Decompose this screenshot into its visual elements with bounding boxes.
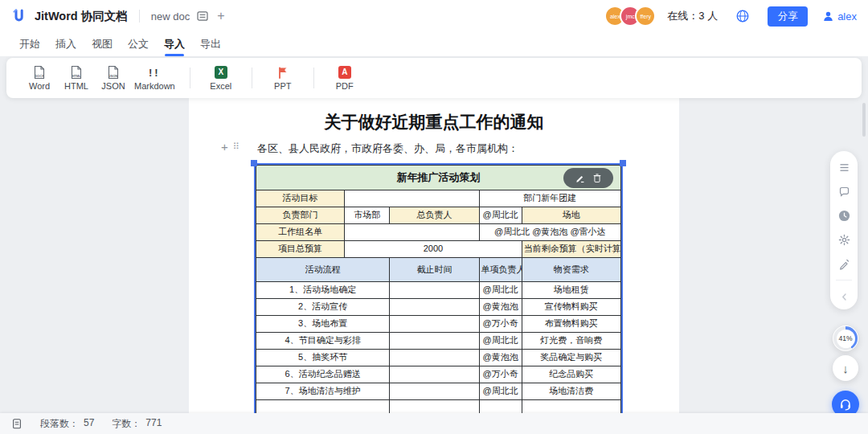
table-cell[interactable]: @周北北 xyxy=(479,383,522,400)
outline-icon[interactable] xyxy=(837,161,850,174)
table-cell[interactable] xyxy=(345,224,479,241)
table-cell[interactable]: 单项负责人 xyxy=(479,258,522,282)
import-markdown-button[interactable]: !!Markdown xyxy=(132,65,178,91)
table-cell[interactable]: 3、场地布置 xyxy=(256,316,390,333)
selection-handle-right[interactable] xyxy=(620,160,626,166)
import-word-button[interactable]: DOCXWord xyxy=(21,65,58,91)
table-cell[interactable]: 1、活动场地确定 xyxy=(256,282,390,299)
table-cell[interactable]: 项目总预算 xyxy=(256,241,345,258)
scroll-down-button[interactable]: ↓ xyxy=(833,355,858,381)
table-cell[interactable]: 7、场地清洁与维护 xyxy=(256,383,390,400)
table-cell[interactable]: @周北北 @黄泡泡 @雷小达 xyxy=(479,224,620,241)
table-cell[interactable]: 5、抽奖环节 xyxy=(256,350,390,366)
tab-插入[interactable]: 插入 xyxy=(55,34,76,55)
settings-icon[interactable] xyxy=(837,233,850,246)
app-header: JitWord 协同文档 new doc + alexjmcffery 在线：3… xyxy=(0,0,868,32)
table-cell[interactable] xyxy=(390,350,479,366)
table-cell[interactable]: 场地租赁 xyxy=(522,282,620,299)
doc-stats-icon xyxy=(11,418,23,430)
table-cell[interactable]: @黄泡泡 xyxy=(479,350,522,366)
ai-pen-icon[interactable] xyxy=(837,257,850,270)
comment-icon[interactable] xyxy=(837,185,850,198)
table-cell[interactable]: 当前剩余预算（实时计算） xyxy=(522,241,620,258)
table-cell[interactable]: 宣传物料购买 xyxy=(522,299,620,316)
table-cell[interactable]: @黄泡泡 xyxy=(479,299,522,316)
table-cell[interactable] xyxy=(345,190,479,207)
table-cell[interactable] xyxy=(390,366,479,383)
header-divider xyxy=(139,10,140,23)
table-cell[interactable]: 活动目标 xyxy=(256,190,345,207)
toolbar-separator xyxy=(252,68,252,88)
table-cell[interactable]: 纪念品购买 xyxy=(522,366,620,383)
edit-pencil-icon[interactable] xyxy=(575,173,585,183)
language-globe-icon[interactable] xyxy=(735,9,750,23)
document-title[interactable]: 关于做好近期重点工作的通知 xyxy=(189,111,679,133)
collapse-icon[interactable] xyxy=(837,290,850,303)
table-cell[interactable]: 2000 xyxy=(345,241,522,258)
scrollbar-thumb[interactable] xyxy=(862,103,866,137)
table-cell[interactable]: 总负责人 xyxy=(390,207,479,224)
toolbar-item-label: PDF xyxy=(336,81,354,91)
tab-导出[interactable]: 导出 xyxy=(200,34,221,55)
table-cell[interactable]: @万小奇 xyxy=(479,366,522,383)
table-cell[interactable]: @周北北 xyxy=(479,333,522,350)
document-paragraph[interactable]: 各区、县人民政府，市政府各委、办、局，各市属机构： xyxy=(257,141,518,156)
table-cell[interactable]: 负责部门 xyxy=(256,207,345,224)
table-cell[interactable]: 部门新年团建 xyxy=(479,190,620,207)
table-row: 5、抽奖环节@黄泡泡奖品确定与购买 xyxy=(256,350,621,366)
avatar-ffery[interactable]: ffery xyxy=(635,6,656,27)
table-cell[interactable]: 场地清洁费 xyxy=(522,383,620,400)
table-cell[interactable] xyxy=(390,383,479,400)
tab-开始[interactable]: 开始 xyxy=(19,34,40,55)
import-ppt-button[interactable]: PPT xyxy=(264,65,301,91)
toolbar-separator xyxy=(190,68,190,88)
table-cell[interactable]: 4、节目确定与彩排 xyxy=(256,333,390,350)
share-button[interactable]: 分享 xyxy=(768,6,808,27)
table-cell[interactable] xyxy=(390,333,479,350)
tab-公文[interactable]: 公文 xyxy=(128,34,149,55)
table-cell[interactable]: 灯光费，音响费 xyxy=(522,333,620,350)
new-doc-plus-icon[interactable]: + xyxy=(217,10,224,23)
doc-list-icon[interactable] xyxy=(196,10,209,23)
selection-handle-left[interactable] xyxy=(251,160,257,166)
current-user[interactable]: alex xyxy=(822,10,857,23)
activity-table-wrap[interactable]: 新年推广活动策划活动目标部门新年团建负责部门市场部总负责人@周北北场地工作组名单… xyxy=(256,165,621,418)
table-cell[interactable]: 物资需求 xyxy=(522,258,620,282)
table-cell[interactable] xyxy=(390,282,479,299)
toolbar-item-label: JSON xyxy=(101,81,125,91)
table-body: 新年推广活动策划活动目标部门新年团建负责部门市场部总负责人@周北北场地工作组名单… xyxy=(256,166,621,419)
toolbar-item-label: Markdown xyxy=(134,81,175,91)
table-row: 活动流程截止时间单项负责人物资需求 xyxy=(256,258,621,282)
delete-trash-icon[interactable] xyxy=(592,173,602,183)
add-block-icon[interactable]: + xyxy=(221,141,228,153)
import-html-button[interactable]: HTMLHTML xyxy=(58,65,95,91)
user-icon xyxy=(822,10,834,23)
history-icon[interactable] xyxy=(837,209,850,222)
table-cell[interactable]: @周北北 xyxy=(479,207,522,224)
tab-视图[interactable]: 视图 xyxy=(92,34,113,55)
table-cell[interactable]: 工作组名单 xyxy=(256,224,345,241)
online-avatars[interactable]: alexjmcffery xyxy=(604,6,656,27)
table-cell[interactable]: 布置物料购买 xyxy=(522,316,620,333)
doc-tab[interactable]: new doc xyxy=(151,10,190,23)
table-cell[interactable]: 场地 xyxy=(522,207,620,224)
table-cell[interactable] xyxy=(390,299,479,316)
table-cell[interactable]: 奖品确定与购买 xyxy=(522,350,620,366)
document-page[interactable]: 关于做好近期重点工作的通知 + ⠿ 各区、县人民政府，市政府各委、办、局，各市属… xyxy=(189,98,679,418)
table-cell[interactable]: @周北北 xyxy=(479,282,522,299)
table-cell[interactable]: 截止时间 xyxy=(390,258,479,282)
import-excel-button[interactable]: XExcel xyxy=(203,65,240,91)
table-cell[interactable]: 活动流程 xyxy=(256,258,390,282)
table-cell[interactable]: 6、活动纪念品赠送 xyxy=(256,366,390,383)
side-tool-panel xyxy=(830,151,858,309)
import-json-button[interactable]: JSONJSON xyxy=(95,65,132,91)
import-pdf-button[interactable]: APDF xyxy=(326,65,363,91)
app-logo-icon xyxy=(11,8,27,24)
table-cell[interactable] xyxy=(390,316,479,333)
table-cell[interactable]: @万小奇 xyxy=(479,316,522,333)
arrow-down-icon: ↓ xyxy=(842,362,849,375)
tab-导入[interactable]: 导入 xyxy=(164,34,185,55)
table-cell[interactable]: 市场部 xyxy=(345,207,390,224)
drag-handle-icon[interactable]: ⠿ xyxy=(233,141,239,152)
table-cell[interactable]: 2、活动宣传 xyxy=(256,299,390,316)
